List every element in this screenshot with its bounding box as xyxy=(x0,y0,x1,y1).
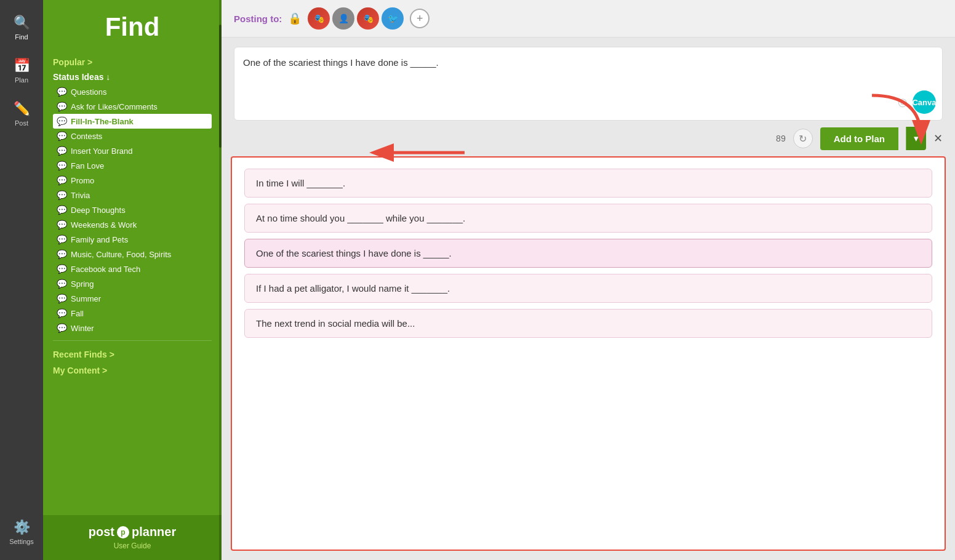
status-ideas-header[interactable]: Status Ideas ↓ xyxy=(53,70,212,84)
chat-icon-family: 💬 xyxy=(57,234,67,244)
avatar-4[interactable]: 🐦 xyxy=(382,7,404,30)
divider-1 xyxy=(53,340,212,341)
icon-bar: 🔍 Find 📅 Plan ✏️ Post ⚙️ Settings xyxy=(0,0,43,560)
content-text-1: In time I will _______. xyxy=(256,178,345,188)
avatar-2[interactable]: 👤 xyxy=(332,7,354,30)
plan-icon: 📅 xyxy=(14,58,30,74)
sidebar-item-fill-in-blank[interactable]: 💬 Fill-In-The-Blank xyxy=(53,114,212,129)
action-bar: 89 ↻ Add to Plan ▾ ✕ xyxy=(222,127,955,156)
sidebar-item-label: Fan Love xyxy=(71,161,104,170)
content-item-4[interactable]: If I had a pet alligator, I would name i… xyxy=(244,274,932,303)
find-icon: 🔍 xyxy=(14,15,30,31)
content-text-5: The next trend in social media will be..… xyxy=(256,318,415,329)
sidebar-item-label: Fall xyxy=(71,309,84,318)
sidebar-item-facebook-tech[interactable]: 💬 Facebook and Tech xyxy=(53,262,212,276)
editor-area[interactable]: One of the scariest things I have done i… xyxy=(234,47,943,121)
sidebar-item-label: Promo xyxy=(71,176,94,185)
nav-post[interactable]: ✏️ Post xyxy=(0,92,43,135)
sidebar-item-label: Trivia xyxy=(71,191,90,200)
chat-icon-spring: 💬 xyxy=(57,279,67,289)
user-guide-link[interactable]: User Guide xyxy=(53,542,212,550)
avatar-3[interactable]: 🎭 xyxy=(357,7,379,30)
chat-icon-contests: 💬 xyxy=(57,131,67,141)
sidebar-item-weekends[interactable]: 💬 Weekends & Work xyxy=(53,217,212,232)
add-to-plan-button[interactable]: Add to Plan xyxy=(820,127,898,150)
chat-icon-fan-love: 💬 xyxy=(57,161,67,170)
canva-button[interactable]: Canva xyxy=(913,90,936,114)
lock-icon: 🔒 xyxy=(288,12,302,25)
image-icon[interactable]: ◎ xyxy=(898,95,908,109)
content-item-1[interactable]: In time I will _______. xyxy=(244,169,932,198)
sidebar-item-deep-thoughts[interactable]: 💬 Deep Thoughts xyxy=(53,202,212,217)
sidebar-title: Find xyxy=(43,0,222,51)
my-content-link[interactable]: My Content > xyxy=(53,362,212,378)
sidebar-item-questions[interactable]: 💬 Questions xyxy=(53,84,212,99)
find-label: Find xyxy=(15,33,28,41)
nav-find[interactable]: 🔍 Find xyxy=(0,6,43,49)
content-item-3[interactable]: One of the scariest things I have done i… xyxy=(244,239,932,268)
close-button[interactable]: ✕ xyxy=(933,132,943,145)
logo-icon: post xyxy=(89,525,114,539)
sidebar-item-label: Weekends & Work xyxy=(71,220,137,230)
sidebar-item-winter[interactable]: 💬 Winter xyxy=(53,321,212,335)
sidebar-item-label: Spring xyxy=(71,279,94,289)
sidebar-item-fall[interactable]: 💬 Fall xyxy=(53,306,212,321)
chat-icon-ask-likes: 💬 xyxy=(57,102,67,111)
content-list: In time I will _______. At no time shoul… xyxy=(231,156,946,551)
chat-icon-brand: 💬 xyxy=(57,146,67,156)
chat-icon-winter: 💬 xyxy=(57,323,67,333)
sidebar-item-ask-likes[interactable]: 💬 Ask for Likes/Comments xyxy=(53,99,212,114)
sidebar: Find Popular > Status Ideas ↓ 💬 Question… xyxy=(43,0,222,560)
editor-text[interactable]: One of the scariest things I have done i… xyxy=(243,56,933,70)
popular-link[interactable]: Popular > xyxy=(53,54,212,70)
post-label: Post xyxy=(15,119,28,127)
sidebar-logo: post p planner User Guide xyxy=(43,515,222,560)
sidebar-item-fan-love[interactable]: 💬 Fan Love xyxy=(53,158,212,173)
sidebar-item-label: Insert Your Brand xyxy=(71,146,132,156)
content-item-5[interactable]: The next trend in social media will be..… xyxy=(244,309,932,338)
logo-planner: planner xyxy=(132,525,176,539)
sidebar-nav: Popular > Status Ideas ↓ 💬 Questions 💬 A… xyxy=(43,51,222,380)
logo-circle: p xyxy=(117,526,129,538)
sidebar-item-spring[interactable]: 💬 Spring xyxy=(53,276,212,291)
sidebar-item-music[interactable]: 💬 Music, Culture, Food, Spirits xyxy=(53,247,212,262)
plan-label: Plan xyxy=(15,76,28,84)
nav-settings[interactable]: ⚙️ Settings xyxy=(0,511,43,554)
char-count: 89 xyxy=(776,134,786,143)
avatar-row: 🎭 👤 🎭 🐦 xyxy=(308,7,404,30)
nav-plan[interactable]: 📅 Plan xyxy=(0,49,43,92)
sidebar-item-contests[interactable]: 💬 Contests xyxy=(53,129,212,143)
sidebar-item-label: Fill-In-The-Blank xyxy=(71,117,134,126)
chat-icon-fall: 💬 xyxy=(57,308,67,318)
add-to-plan-dropdown[interactable]: ▾ xyxy=(906,127,926,150)
avatar-1[interactable]: 🎭 xyxy=(308,7,330,30)
refresh-button[interactable]: ↻ xyxy=(793,129,813,148)
recent-finds-link[interactable]: Recent Finds > xyxy=(53,346,212,362)
sidebar-item-summer[interactable]: 💬 Summer xyxy=(53,291,212,306)
my-content-label: My Content > xyxy=(53,366,107,375)
chat-icon-facebook: 💬 xyxy=(57,264,67,274)
sidebar-item-label: Deep Thoughts xyxy=(71,206,126,215)
sidebar-item-label: Family and Pets xyxy=(71,235,128,244)
sidebar-item-label: Questions xyxy=(71,87,107,97)
sidebar-item-promo[interactable]: 💬 Promo xyxy=(53,173,212,188)
chat-icon-fill: 💬 xyxy=(57,116,67,126)
sidebar-item-label: Winter xyxy=(71,324,94,333)
editor-icons: ◎ Canva xyxy=(898,90,936,114)
sidebar-item-insert-brand[interactable]: 💬 Insert Your Brand xyxy=(53,143,212,158)
add-account-button[interactable]: + xyxy=(410,9,430,28)
chat-icon-weekends: 💬 xyxy=(57,220,67,230)
sidebar-item-trivia[interactable]: 💬 Trivia xyxy=(53,188,212,202)
content-item-2[interactable]: At no time should you _______ while you … xyxy=(244,204,932,233)
sidebar-item-label: Ask for Likes/Comments xyxy=(71,102,158,111)
main-content: Posting to: 🔒 🎭 👤 🎭 🐦 + One of the scari… xyxy=(222,0,955,560)
sidebar-item-label: Music, Culture, Food, Spirits xyxy=(71,250,171,259)
settings-label: Settings xyxy=(9,538,34,545)
posting-to-label: Posting to: xyxy=(234,14,282,24)
content-text-3: One of the scariest things I have done i… xyxy=(256,248,452,258)
sidebar-item-label: Summer xyxy=(71,294,101,303)
sidebar-item-family[interactable]: 💬 Family and Pets xyxy=(53,232,212,247)
sidebar-item-label: Contests xyxy=(71,132,102,141)
settings-icon: ⚙️ xyxy=(14,519,30,535)
recent-finds-label: Recent Finds > xyxy=(53,350,114,359)
